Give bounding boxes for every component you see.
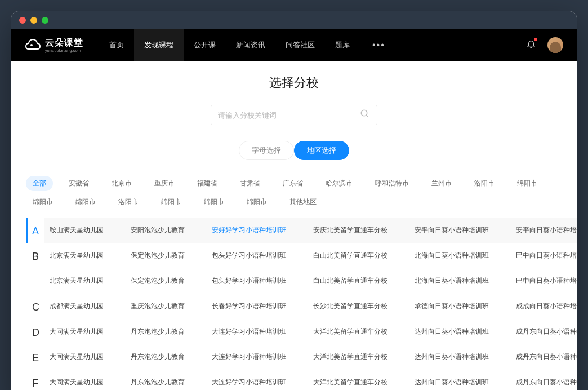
school-item[interactable]: 成丹东向日葵小语种培训班 — [516, 352, 577, 362]
school-item[interactable]: 长春好学习小语种培训班 — [212, 302, 286, 311]
school-item[interactable]: 大洋北美留学直通车分校 — [313, 327, 387, 336]
school-rows: 北京满天星幼儿园保定泡泡少儿教育包头好学习小语种培训班白山北美留学直通车分校北海… — [44, 243, 577, 294]
school-item[interactable]: 成丹东向日葵小语种培训班 — [516, 378, 577, 387]
school-item[interactable]: 白山北美留学直通车分校 — [313, 276, 387, 286]
school-item[interactable]: 大洋北美留学直通车分校 — [313, 378, 387, 387]
school-item[interactable]: 达州向日葵小语种培训班 — [415, 327, 489, 336]
nav-item[interactable]: 新闻资讯 — [226, 29, 275, 61]
school-item[interactable]: 包头好学习小语种培训班 — [212, 251, 286, 260]
region-tag[interactable]: 洛阳市 — [467, 176, 501, 191]
school-item[interactable]: 达州向日葵小语种培训班 — [415, 352, 489, 362]
letter-label: B — [26, 243, 44, 294]
nav-item[interactable]: 题库 — [325, 29, 360, 61]
region-tag[interactable]: 绵阳市 — [197, 194, 231, 210]
cloud-icon — [25, 39, 42, 51]
school-item[interactable]: 北京满天星幼儿园 — [50, 251, 104, 260]
region-tag[interactable]: 福建省 — [190, 176, 224, 191]
logo-subtitle: yunduoketang.com — [45, 48, 83, 52]
toggle-row: 字母选择 地区选择 — [11, 141, 577, 160]
region-tag[interactable]: 绵阳市 — [69, 194, 103, 210]
header: 云朵课堂 yunduoketang.com 首页发现课程公开课新闻资讯问答社区题… — [11, 29, 577, 61]
region-tag[interactable]: 安徽省 — [62, 176, 96, 191]
school-item[interactable]: 大连好学习小语种培训班 — [212, 352, 286, 362]
school-row: 大同满天星幼儿园丹东泡泡少儿教育大连好学习小语种培训班大洋北美留学直通车分校达州… — [44, 344, 577, 370]
window-minimize-button[interactable] — [30, 17, 37, 24]
region-tag[interactable]: 绵阳市 — [154, 194, 188, 210]
school-item[interactable]: 大连好学习小语种培训班 — [212, 327, 286, 336]
school-item[interactable]: 成成向日葵小语种培训班 — [516, 302, 577, 311]
school-item[interactable]: 大同满天星幼儿园 — [50, 378, 104, 387]
letter-label: C — [26, 294, 44, 319]
school-item[interactable]: 承德向日葵小语种培训班 — [415, 302, 489, 311]
main-nav: 首页发现课程公开课新闻资讯问答社区题库 — [99, 29, 360, 61]
nav-item[interactable]: 首页 — [99, 29, 134, 61]
school-rows: 大同满天星幼儿园丹东泡泡少儿教育大连好学习小语种培训班大洋北美留学直通车分校达州… — [44, 344, 577, 370]
nav-item[interactable]: 发现课程 — [134, 29, 184, 61]
school-item[interactable]: 重庆泡泡少儿教育 — [131, 302, 185, 311]
letter-section: A鞍山满天星幼儿园安阳泡泡少儿教育安好好学习小语种培训班安庆北美留学直通车分校安… — [11, 218, 577, 243]
school-item[interactable]: 安阳泡泡少儿教育 — [131, 225, 185, 235]
user-avatar[interactable] — [547, 37, 563, 53]
region-tag[interactable]: 绵阳市 — [510, 176, 544, 191]
app-window: 云朵课堂 yunduoketang.com 首页发现课程公开课新闻资讯问答社区题… — [11, 11, 577, 390]
school-item[interactable]: 巴中向日葵小语种培训班 — [516, 251, 577, 260]
search-box — [211, 105, 377, 125]
region-tag[interactable]: 绵阳市 — [240, 194, 274, 210]
school-item[interactable]: 成丹东向日葵小语种培训班 — [516, 327, 577, 336]
nav-item[interactable]: 问答社区 — [275, 29, 325, 61]
region-tag[interactable]: 甘肃省 — [233, 176, 267, 191]
school-item[interactable]: 安平向日葵小语种培训班 — [516, 225, 577, 235]
school-item[interactable]: 白山北美留学直通车分校 — [313, 251, 387, 260]
letter-label: E — [26, 344, 44, 370]
school-row: 大同满天星幼儿园丹东泡泡少儿教育大连好学习小语种培训班大洋北美留学直通车分校达州… — [44, 370, 577, 390]
svg-point-0 — [30, 44, 33, 46]
region-filter-row: 全部安徽省北京市重庆市福建省甘肃省广东省哈尔滨市呼和浩特市兰州市洛阳市绵阳市绵阳… — [11, 176, 577, 210]
school-item[interactable]: 保定泡泡少儿教育 — [131, 276, 185, 286]
region-tag[interactable]: 兰州市 — [425, 176, 458, 191]
school-item[interactable]: 成都满天星幼儿园 — [50, 302, 104, 311]
notification-badge — [534, 38, 537, 41]
region-tag[interactable]: 北京市 — [105, 176, 139, 191]
school-item[interactable]: 长沙北美留学直通车分校 — [313, 302, 387, 311]
toggle-alpha-button[interactable]: 字母选择 — [239, 141, 294, 160]
region-tag[interactable]: 绵阳市 — [26, 194, 60, 210]
region-tag[interactable]: 重庆市 — [148, 176, 181, 191]
school-item[interactable]: 丹东泡泡少儿教育 — [131, 327, 185, 336]
school-item[interactable]: 巴中向日葵小语种培训班 — [516, 276, 577, 286]
search-input[interactable] — [218, 111, 360, 119]
school-item[interactable]: 北海向日葵小语种培训班 — [415, 276, 489, 286]
letter-section: F大同满天星幼儿园丹东泡泡少儿教育大连好学习小语种培训班大洋北美留学直通车分校达… — [11, 370, 577, 390]
notifications-button[interactable] — [526, 39, 536, 51]
region-tag[interactable]: 其他地区 — [283, 194, 323, 210]
school-item[interactable]: 保定泡泡少儿教育 — [131, 251, 185, 260]
letter-label: D — [26, 319, 44, 344]
school-item[interactable]: 包头好学习小语种培训班 — [212, 276, 286, 286]
school-item[interactable]: 北海向日葵小语种培训班 — [415, 251, 489, 260]
region-tag[interactable]: 洛阳市 — [112, 194, 145, 210]
school-item[interactable]: 丹东泡泡少儿教育 — [131, 352, 185, 362]
school-item[interactable]: 大连好学习小语种培训班 — [212, 378, 286, 387]
school-item[interactable]: 鞍山满天星幼儿园 — [50, 225, 104, 235]
toggle-region-button[interactable]: 地区选择 — [294, 141, 349, 160]
region-tag[interactable]: 广东省 — [276, 176, 310, 191]
school-item[interactable]: 丹东泡泡少儿教育 — [131, 378, 185, 387]
search-icon[interactable] — [360, 109, 370, 121]
school-item[interactable]: 安好好学习小语种培训班 — [212, 225, 286, 235]
region-tag[interactable]: 哈尔滨市 — [319, 176, 359, 191]
nav-more-button[interactable]: ••• — [362, 40, 395, 50]
school-item[interactable]: 达州向日葵小语种培训班 — [415, 378, 489, 387]
region-tag[interactable]: 全部 — [26, 176, 53, 191]
logo[interactable]: 云朵课堂 yunduoketang.com — [25, 38, 83, 52]
school-item[interactable]: 安庆北美留学直通车分校 — [313, 225, 387, 235]
school-item[interactable]: 北京满天星幼儿园 — [50, 276, 104, 286]
school-item[interactable]: 大洋北美留学直通车分校 — [313, 352, 387, 362]
school-item[interactable]: 大同满天星幼儿园 — [50, 327, 104, 336]
school-rows: 大同满天星幼儿园丹东泡泡少儿教育大连好学习小语种培训班大洋北美留学直通车分校达州… — [44, 370, 577, 390]
logo-title: 云朵课堂 — [45, 38, 83, 47]
school-item[interactable]: 大同满天星幼儿园 — [50, 352, 104, 362]
window-close-button[interactable] — [19, 17, 26, 24]
region-tag[interactable]: 呼和浩特市 — [368, 176, 416, 191]
nav-item[interactable]: 公开课 — [184, 29, 226, 61]
window-maximize-button[interactable] — [42, 17, 48, 24]
school-item[interactable]: 安平向日葵小语种培训班 — [415, 225, 489, 235]
